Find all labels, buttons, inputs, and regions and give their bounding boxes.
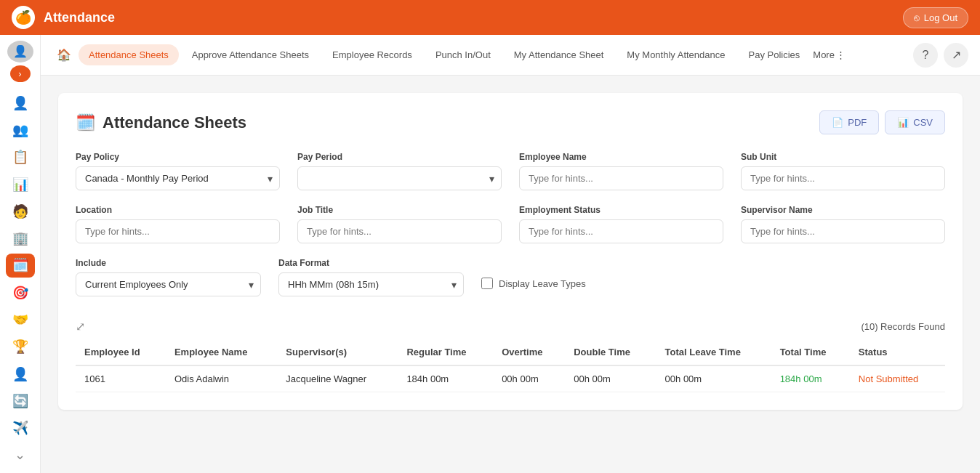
sidebar-item-profile[interactable]: 👤 xyxy=(6,91,35,115)
col-status: Status xyxy=(850,339,945,365)
sub-unit-group: Sub Unit xyxy=(741,152,945,190)
employee-name-group: Employee Name xyxy=(519,152,723,190)
data-format-group: Data Format HHh MMm (08h 15m) xyxy=(278,258,464,296)
cell-overtime: 00h 00m xyxy=(493,365,565,392)
nav-more-button[interactable]: More ⋮ xyxy=(813,49,846,60)
location-input[interactable] xyxy=(76,219,280,243)
sidebar-item-records[interactable]: 📋 xyxy=(6,145,35,169)
sidebar-item-more[interactable]: ⌄ xyxy=(6,443,35,467)
records-count: (10) Records Found xyxy=(861,321,945,332)
logout-icon: ⎋ xyxy=(914,12,920,23)
cell-double-time: 00h 00m xyxy=(565,365,656,392)
tab-my-attendance-sheet[interactable]: My Attendance Sheet xyxy=(504,44,614,65)
sidebar-item-reports[interactable]: 📊 xyxy=(6,172,35,196)
table-header: Employee Id Employee Name Supervisor(s) … xyxy=(76,339,945,365)
header-actions: 📄 PDF 📊 CSV xyxy=(819,110,945,134)
table-controls: ⤢ (10) Records Found xyxy=(76,320,945,333)
sidebar-item-organization[interactable]: 🏢 xyxy=(6,227,35,251)
tab-punch-in-out[interactable]: Punch In/Out xyxy=(425,44,501,65)
sidebar-toggle[interactable]: › xyxy=(10,65,31,82)
col-employee-id: Employee Id xyxy=(76,339,166,365)
pay-policy-select[interactable]: Canada - Monthly Pay Period xyxy=(76,166,280,190)
pay-period-label: Pay Period xyxy=(297,152,502,162)
employee-name-label: Employee Name xyxy=(519,152,723,162)
tab-pay-policies[interactable]: Pay Policies xyxy=(739,44,811,65)
top-bar-left: 🍊 Attendance xyxy=(12,6,115,29)
job-title-input[interactable] xyxy=(297,219,502,243)
tab-approve-attendance-sheets[interactable]: Approve Attendance Sheets xyxy=(182,44,319,65)
table-row: 1061 Odis Adalwin Jacqueline Wagner 184h… xyxy=(76,365,945,392)
main-content: 🗓️ Attendance Sheets 📄 PDF 📊 CSV Pay Pol… xyxy=(41,76,980,473)
expand-button[interactable]: ⤢ xyxy=(76,320,85,333)
sidebar-item-travel[interactable]: ✈️ xyxy=(6,416,35,440)
filter-row-2: Location Job Title Employment Status Sup… xyxy=(76,205,945,243)
sidebar-item-employee[interactable]: 🧑 xyxy=(6,199,35,223)
csv-icon: 📊 xyxy=(897,117,909,128)
cell-employee-name: Odis Adalwin xyxy=(166,365,277,392)
csv-button[interactable]: 📊 CSV xyxy=(885,110,945,134)
include-select[interactable]: Current Employees Only xyxy=(76,272,261,296)
data-format-label: Data Format xyxy=(278,258,464,268)
employment-status-input[interactable] xyxy=(519,219,723,243)
nav-home-button[interactable]: 🏠 xyxy=(52,44,76,67)
table-body: 1061 Odis Adalwin Jacqueline Wagner 184h… xyxy=(76,365,945,392)
logout-button[interactable]: ⎋ Log Out xyxy=(903,7,968,28)
sub-unit-input[interactable] xyxy=(741,166,945,190)
location-label: Location xyxy=(76,205,280,215)
include-group: Include Current Employees Only xyxy=(76,258,261,296)
sidebar-item-workflow[interactable]: 🔄 xyxy=(6,389,35,413)
col-double-time: Double Time xyxy=(565,339,656,365)
pdf-button[interactable]: 📄 PDF xyxy=(819,110,879,134)
pay-period-select-wrapper xyxy=(297,166,502,190)
sidebar-item-goals[interactable]: 🎯 xyxy=(6,280,35,304)
expand-icon: ⤢ xyxy=(76,320,85,333)
job-title-label: Job Title xyxy=(297,205,502,215)
employment-status-label: Employment Status xyxy=(519,205,723,215)
page-icon: 🗓️ xyxy=(76,113,95,132)
pay-period-select[interactable] xyxy=(297,166,502,190)
sidebar-item-directory[interactable]: 👤 xyxy=(6,362,35,386)
supervisor-name-label: Supervisor Name xyxy=(741,205,945,215)
location-group: Location xyxy=(76,205,280,243)
page-header: 🗓️ Attendance Sheets 📄 PDF 📊 CSV xyxy=(76,110,945,134)
col-total-leave-time: Total Leave Time xyxy=(656,339,771,365)
col-overtime: Overtime xyxy=(493,339,565,365)
sidebar-item-users[interactable]: 👥 xyxy=(6,118,35,142)
filter-row-3: Include Current Employees Only Data Form… xyxy=(76,258,945,296)
tab-employee-records[interactable]: Employee Records xyxy=(322,44,422,65)
pay-policy-select-wrapper: Canada - Monthly Pay Period xyxy=(76,166,280,190)
job-title-group: Job Title xyxy=(297,205,502,243)
page-title-area: 🗓️ Attendance Sheets xyxy=(76,113,246,132)
cell-employee-id: 1061 xyxy=(76,365,166,392)
secondary-nav: 🏠 Attendance Sheets Approve Attendance S… xyxy=(41,35,980,76)
cell-status: Not Submitted xyxy=(850,365,945,392)
sidebar-item-performance[interactable]: 🏆 xyxy=(6,335,35,359)
display-leave-types-group: Display Leave Types xyxy=(481,278,586,296)
employment-status-group: Employment Status xyxy=(519,205,723,243)
sidebar: 👤 › 👤 👥 📋 📊 🧑 🏢 🗓️ 🎯 🤝 🏆 👤 🔄 ✈️ ⌄ xyxy=(0,35,41,473)
sidebar-item-attendance[interactable]: 🗓️ xyxy=(6,254,35,278)
more-dots-icon: ⋮ xyxy=(836,49,846,60)
data-format-select[interactable]: HHh MMm (08h 15m) xyxy=(278,272,464,296)
help-icon-button[interactable]: ? xyxy=(913,43,938,68)
pay-policy-label: Pay Policy xyxy=(76,152,280,162)
share-icon-button[interactable]: ↗ xyxy=(944,43,968,68)
employee-name-input[interactable] xyxy=(519,166,723,190)
display-leave-types-label[interactable]: Display Leave Types xyxy=(499,278,586,289)
col-regular-time: Regular Time xyxy=(398,339,493,365)
cell-supervisors: Jacqueline Wagner xyxy=(277,365,398,392)
sub-unit-label: Sub Unit xyxy=(741,152,945,162)
tab-attendance-sheets[interactable]: Attendance Sheets xyxy=(79,44,179,65)
app-title: Attendance xyxy=(44,10,115,25)
page-card: 🗓️ Attendance Sheets 📄 PDF 📊 CSV Pay Pol… xyxy=(58,93,963,410)
col-employee-name: Employee Name xyxy=(166,339,277,365)
tab-my-monthly-attendance[interactable]: My Monthly Attendance xyxy=(616,44,735,65)
cell-regular-time: 184h 00m xyxy=(398,365,493,392)
avatar[interactable]: 👤 xyxy=(7,41,33,62)
pay-policy-group: Pay Policy Canada - Monthly Pay Period xyxy=(76,152,280,190)
page-title: Attendance Sheets xyxy=(103,113,246,132)
supervisor-name-input[interactable] xyxy=(741,219,945,243)
sidebar-item-recruitment[interactable]: 🤝 xyxy=(6,307,35,331)
display-leave-types-checkbox[interactable] xyxy=(481,278,493,289)
data-format-select-wrapper: HHh MMm (08h 15m) xyxy=(278,272,464,296)
